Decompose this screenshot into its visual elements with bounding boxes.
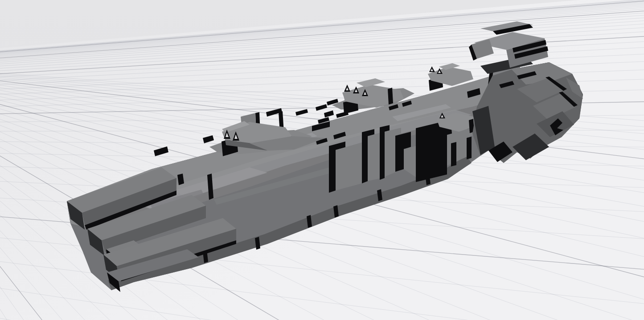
armor-recess (451, 142, 456, 166)
viewport-3d[interactable] (0, 0, 644, 320)
armor-recess (467, 137, 472, 159)
turret-slit (388, 88, 393, 105)
scene-svg (0, 0, 644, 320)
armor-plate (336, 142, 362, 190)
